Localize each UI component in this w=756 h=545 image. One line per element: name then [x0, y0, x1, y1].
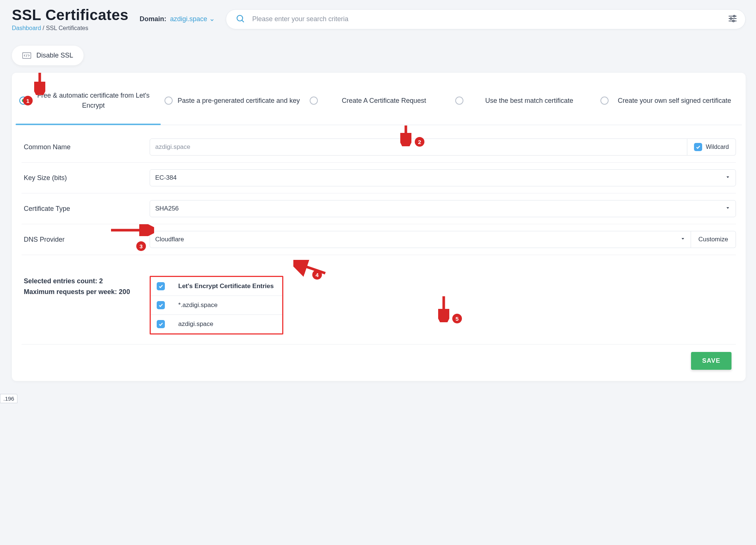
- search-input[interactable]: [226, 9, 746, 29]
- radio-icon: [600, 97, 609, 105]
- cert-type-select[interactable]: SHA256: [150, 200, 736, 217]
- entry-domain: azdigi.space: [178, 320, 214, 328]
- selected-count-value: 2: [99, 277, 103, 285]
- checkbox-checked-icon: [694, 143, 702, 151]
- svg-line-9: [26, 54, 27, 57]
- svg-point-7: [733, 20, 734, 22]
- code-icon: [22, 52, 31, 59]
- domain-label: Domain:: [140, 15, 166, 23]
- tab-label: Paste a pre-generated certificate and ke…: [175, 96, 302, 106]
- common-name-input[interactable]: [150, 138, 687, 156]
- entry-checkbox[interactable]: [157, 320, 165, 328]
- select-all-checkbox[interactable]: [157, 282, 165, 290]
- tab-label: Create your own self signed certificate: [611, 96, 738, 106]
- page-title: SSL Certificates: [12, 7, 128, 23]
- footer-number: .196: [0, 394, 17, 403]
- ssl-form-card: Free & automatic certificate from Let's …: [12, 73, 746, 381]
- breadcrumb: Dashboard / SSL Certificates: [12, 25, 128, 32]
- disable-ssl-button[interactable]: Disable SSL: [12, 46, 84, 65]
- save-button[interactable]: SAVE: [691, 352, 731, 370]
- max-requests-label: Maximum requests per week:: [24, 288, 119, 296]
- radio-icon: [310, 97, 318, 105]
- domain-selector[interactable]: azdigi.space: [170, 15, 215, 23]
- entry-row: *.azdigi.space: [151, 296, 282, 315]
- dns-provider-label: DNS Provider: [22, 236, 150, 244]
- breadcrumb-home[interactable]: Dashboard: [12, 25, 41, 31]
- common-name-label: Common Name: [22, 143, 150, 151]
- svg-point-5: [730, 17, 732, 19]
- customize-button[interactable]: Customize: [691, 231, 736, 248]
- radio-icon: [455, 97, 463, 105]
- dns-provider-select[interactable]: Cloudflare: [150, 231, 691, 248]
- chevron-down-icon: [209, 17, 215, 22]
- radio-icon: [164, 97, 173, 105]
- breadcrumb-sep: /: [41, 25, 46, 31]
- entries-header: Let's Encrypt Certificate Entries: [178, 283, 274, 290]
- breadcrumb-current: SSL Certificates: [46, 25, 88, 31]
- settings-sliders-icon[interactable]: [728, 14, 737, 25]
- tab-label: Create A Certificate Request: [320, 96, 447, 106]
- caret-down-icon: [680, 236, 685, 243]
- svg-marker-11: [727, 207, 729, 209]
- svg-marker-10: [727, 176, 729, 178]
- key-size-select[interactable]: EC-384: [150, 169, 736, 186]
- svg-marker-12: [681, 238, 684, 239]
- tab-self-signed[interactable]: Create your own self signed certificate: [597, 76, 742, 125]
- search-icon: [235, 14, 245, 25]
- wildcard-toggle[interactable]: Wildcard: [687, 138, 736, 156]
- entry-checkbox[interactable]: [157, 301, 165, 309]
- dns-provider-value: Cloudflare: [155, 236, 184, 243]
- entry-row: azdigi.space: [151, 315, 282, 333]
- radio-selected-icon: [19, 97, 27, 105]
- tab-label: Use the best match certificate: [466, 96, 593, 106]
- tab-lets-encrypt[interactable]: Free & automatic certificate from Let's …: [16, 76, 161, 125]
- cert-type-label: Certificate Type: [22, 205, 150, 213]
- domain-value: azdigi.space: [170, 15, 207, 23]
- entry-domain: *.azdigi.space: [178, 301, 218, 309]
- tab-paste-cert[interactable]: Paste a pre-generated certificate and ke…: [161, 76, 306, 125]
- key-size-label: Key Size (bits): [22, 174, 150, 182]
- disable-ssl-label: Disable SSL: [36, 52, 73, 59]
- svg-line-1: [242, 20, 244, 22]
- selected-count-label: Selected entries count:: [24, 277, 99, 285]
- svg-point-3: [733, 15, 735, 17]
- tab-label: Free & automatic certificate from Let's …: [30, 91, 157, 111]
- entries-table: Let's Encrypt Certificate Entries *.azdi…: [150, 276, 283, 334]
- tab-best-match[interactable]: Use the best match certificate: [452, 76, 597, 125]
- max-requests-value: 200: [119, 288, 130, 296]
- wildcard-label: Wildcard: [706, 144, 729, 150]
- tab-csr[interactable]: Create A Certificate Request: [306, 76, 451, 125]
- cert-type-value: SHA256: [155, 205, 179, 212]
- cert-source-tabs: Free & automatic certificate from Let's …: [16, 76, 742, 125]
- caret-down-icon: [725, 205, 730, 212]
- entries-header-row: Let's Encrypt Certificate Entries: [151, 277, 282, 296]
- key-size-value: EC-384: [155, 174, 177, 182]
- caret-down-icon: [725, 174, 730, 182]
- svg-point-0: [237, 15, 242, 21]
